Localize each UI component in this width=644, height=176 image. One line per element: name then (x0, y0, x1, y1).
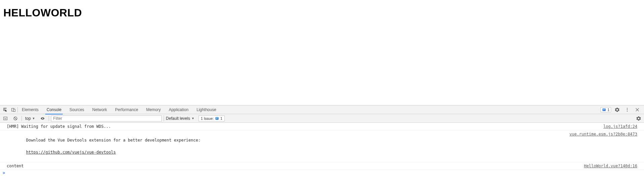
svg-point-5 (627, 108, 628, 108)
log-link[interactable]: https://github.com/vuejs/vue-devtools (26, 150, 116, 155)
issue-icon (215, 116, 219, 120)
log-levels-selector[interactable]: Default levels▼ (164, 115, 197, 121)
page-title: HELLOWORLD (3, 7, 641, 19)
tab-performance[interactable]: Performance (111, 105, 142, 114)
svg-point-7 (627, 111, 628, 111)
log-source-link[interactable]: log.js?1afd:24 (597, 123, 637, 129)
chevron-down-icon: ▼ (32, 117, 35, 120)
eye-icon[interactable] (39, 114, 47, 122)
sidebar-toggle-icon[interactable] (1, 114, 9, 122)
svg-point-6 (627, 109, 628, 110)
separator (49, 116, 49, 121)
devtools-tab-bar: Elements Console Sources Network Perform… (0, 105, 644, 114)
context-selector[interactable]: top▼ (24, 116, 37, 121)
console-toolbar: top▼ Default levels▼ 1 Issue: 1 (0, 114, 644, 123)
tab-network[interactable]: Network (88, 105, 111, 114)
tab-memory[interactable]: Memory (142, 105, 165, 114)
inspect-element-icon[interactable] (1, 106, 9, 114)
tab-sources[interactable]: Sources (65, 105, 88, 114)
close-icon[interactable] (633, 106, 641, 114)
filter-input[interactable] (51, 115, 162, 121)
tab-console[interactable]: Console (43, 105, 65, 114)
log-message: [HMR] Waiting for update signal from WDS… (7, 123, 597, 129)
svg-rect-1 (13, 109, 15, 111)
device-toolbar-icon[interactable] (9, 106, 17, 114)
console-output: [HMR] Waiting for update signal from WDS… (0, 123, 644, 176)
svg-rect-12 (216, 118, 218, 119)
settings-icon[interactable] (613, 106, 621, 114)
log-source-link[interactable]: HelloWorld.vue?140d:16 (577, 163, 637, 169)
log-entry: content HelloWorld.vue?140d:16 (0, 162, 644, 170)
issues-indicator[interactable]: 1 Issue: 1 (199, 115, 225, 121)
log-entry: Download the Vue Devtools extension for … (0, 130, 644, 162)
tab-elements[interactable]: Elements (18, 105, 43, 114)
clear-console-icon[interactable] (11, 114, 19, 122)
issue-badge[interactable]: 1 (600, 107, 611, 112)
svg-rect-11 (216, 117, 218, 118)
log-source-link[interactable]: vue.runtime.esm.js?2b0e:8473 (563, 131, 637, 161)
svg-rect-3 (603, 109, 605, 109)
devtools-panel: Elements Console Sources Network Perform… (0, 105, 644, 176)
console-prompt[interactable]: > (0, 170, 644, 176)
console-settings-icon[interactable] (635, 114, 643, 122)
tab-application[interactable]: Application (165, 105, 193, 114)
log-message: content (7, 163, 577, 169)
chevron-down-icon: ▼ (192, 117, 195, 120)
svg-rect-8 (4, 117, 7, 120)
tab-lighthouse[interactable]: Lighthouse (193, 105, 220, 114)
issue-count: 1 (607, 108, 609, 112)
log-entry: [HMR] Waiting for update signal from WDS… (0, 123, 644, 130)
separator (21, 116, 22, 121)
svg-rect-4 (603, 110, 605, 110)
more-icon[interactable] (623, 106, 631, 114)
page-content: HELLOWORLD (0, 0, 644, 105)
log-message: Download the Vue Devtools extension for … (7, 131, 563, 161)
